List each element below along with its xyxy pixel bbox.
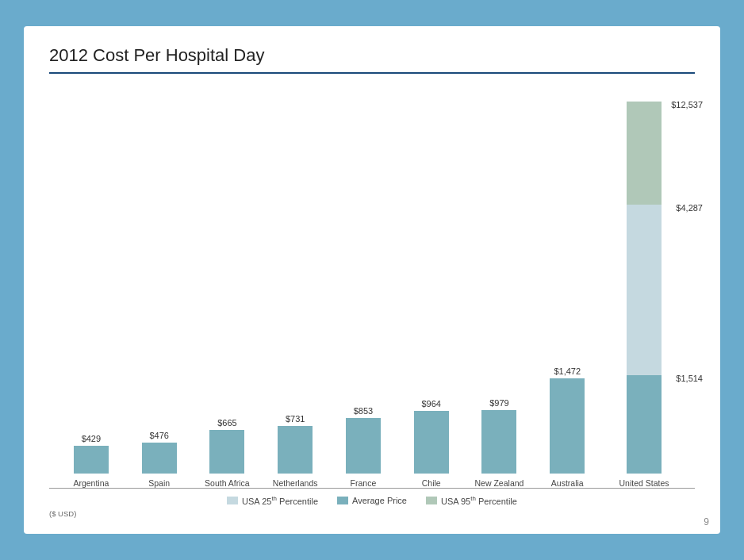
bar-group: $665South Africa [200,418,254,488]
bar-value-label: $979 [489,398,508,408]
us-bar-95th: $12,537 [627,102,662,205]
bar-rect [142,443,177,474]
legend-item-95th: USA 95th Percentile [426,495,517,506]
bar-value-label: $429 [82,434,101,443]
us-bar-wrapper: $12,537$4,287$1,514 [627,102,662,474]
bar-value-label: $1,472 [554,366,581,376]
bar-group: $429Argentina [64,434,118,488]
bars-container: $429Argentina$476Spain$665South Africa$7… [49,82,695,489]
bar-value-label: $665 [217,418,236,428]
bar-rect [414,411,449,474]
bar-group: $476Spain [132,431,186,488]
bar-rect [481,410,516,474]
bar-country-label: Argentina [73,478,109,488]
bar-country-label: South Africa [205,478,250,488]
bar-value-label: $964 [421,399,440,408]
bar-country-label: Chile [422,478,441,488]
legend-box-avg [337,497,348,504]
bar-rect [209,430,244,474]
bar-group-us: $12,537$4,287$1,514United States [608,102,680,488]
bar-country-label: Australia [551,478,584,488]
legend-label-25th: USA 25th Percentile [242,495,318,506]
bar-group: $964Chile [405,399,458,488]
bar-rect [550,378,585,474]
bar-value-label: $731 [286,414,305,424]
bar-value-label: $476 [149,431,168,440]
legend-box-25th [227,497,238,504]
bar-country-label: Spain [148,478,170,488]
legend-label-avg: Average Price [352,496,407,505]
bar-group: $979New Zealand [472,398,526,488]
us-bar-avg: $1,514 [627,375,662,474]
chart-area: $429Argentina$476Spain$665South Africa$7… [49,82,695,518]
bar-group: $1,472Australia [540,366,594,488]
legend-item-avg: Average Price [337,496,407,505]
us-country-label: United States [619,478,669,488]
legend-box-95th [426,497,437,504]
slide: 2012 Cost Per Hospital Day $429Argentina… [24,26,720,534]
title-divider [49,72,695,74]
legend-item-25th: USA 25th Percentile [227,495,318,506]
bar-value-label: $853 [354,406,373,416]
bar-rect [278,426,313,474]
footnote: ($ USD) [49,509,695,518]
us-value-95th: $12,537 [671,100,703,109]
bar-group: $731Netherlands [268,414,322,488]
bar-country-label: France [351,478,377,488]
us-value-25th: $4,287 [676,203,703,213]
slide-title: 2012 Cost Per Hospital Day [49,45,695,66]
page-number: 9 [704,516,709,527]
bar-group: $853France [336,406,390,488]
legend-area: USA 25th Percentile Average Price USA 95… [49,489,695,506]
bar-country-label: Netherlands [273,478,318,488]
bar-rect [346,418,381,474]
us-value-avg: $1,514 [676,374,703,383]
bar-rect [74,446,109,474]
bar-country-label: New Zealand [475,478,524,488]
us-bar-25th: $4,287 [627,205,662,375]
legend-label-95th: USA 95th Percentile [441,495,517,506]
